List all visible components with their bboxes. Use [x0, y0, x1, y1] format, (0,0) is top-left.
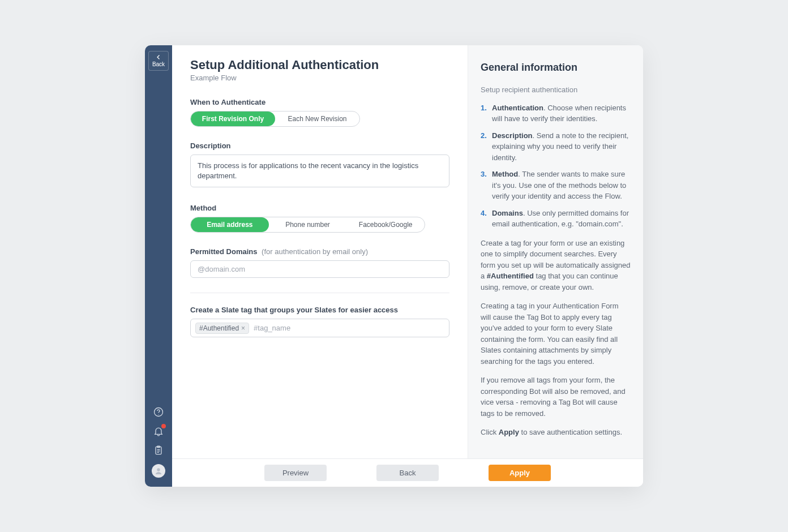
method-option-social[interactable]: Facebook/Google	[346, 217, 425, 232]
footer: Preview Back Apply	[172, 458, 643, 487]
info-step-3: Method. The sender wants to make sure it…	[481, 169, 631, 202]
app-window: Back Setup Additional Authentication Exa…	[145, 45, 643, 487]
main: Setup Additional Authentication Example …	[172, 45, 643, 487]
sidebar: Back	[145, 45, 172, 487]
domains-hint: (for authentication by email only)	[262, 247, 368, 256]
method-segmented: Email address Phone number Facebook/Goog…	[190, 217, 425, 233]
clipboard-icon[interactable]	[153, 445, 164, 456]
svg-point-1	[159, 414, 159, 415]
when-label: When to Authenticate	[190, 98, 449, 106]
method-option-phone[interactable]: Phone number	[269, 217, 347, 232]
domains-input[interactable]	[190, 260, 449, 278]
tag-chip-authentified: #Authentified ×	[195, 323, 249, 334]
tag-remove-icon[interactable]: ×	[241, 325, 245, 332]
info-subtitle: Setup recipient authentication	[481, 84, 631, 96]
domains-label-text: Permitted Domains	[190, 247, 257, 256]
page-title: Setup Additional Authentication	[190, 58, 449, 72]
preview-button[interactable]: Preview	[264, 465, 327, 481]
info-p3: If you remove all tags from your form, t…	[481, 375, 631, 419]
form-pane: Setup Additional Authentication Example …	[172, 45, 468, 458]
info-p1: Create a tag for your form or use an exi…	[481, 238, 631, 293]
description-input[interactable]	[190, 155, 449, 187]
when-option-each-revision[interactable]: Each New Revision	[275, 111, 359, 126]
back-label: Back	[152, 61, 165, 67]
tag-input[interactable]	[254, 321, 444, 334]
when-option-first-revision[interactable]: First Revision Only	[191, 111, 275, 126]
avatar[interactable]	[152, 464, 165, 478]
method-label: Method	[190, 204, 449, 212]
tags-field[interactable]: #Authentified ×	[190, 319, 449, 337]
divider	[190, 293, 449, 293]
info-step-1: Authentication. Choose when recipients w…	[481, 102, 631, 125]
bell-icon[interactable]	[153, 426, 164, 437]
svg-point-7	[157, 468, 160, 471]
footer-back-button[interactable]: Back	[376, 465, 439, 481]
help-icon[interactable]	[153, 406, 164, 418]
info-steps: Authentication. Choose when recipients w…	[481, 102, 631, 230]
info-p4: Click Apply to save authentication setti…	[481, 427, 631, 438]
svg-rect-2	[156, 447, 161, 454]
info-step-2: Description. Send a note to the recipien…	[481, 130, 631, 164]
sidebar-bottom	[152, 406, 165, 481]
info-title: General information	[481, 60, 631, 75]
page-subtitle: Example Flow	[190, 74, 449, 82]
when-segmented: First Revision Only Each New Revision	[190, 111, 360, 127]
info-p2: Creating a tag in your Authentication Fo…	[481, 301, 631, 367]
method-option-email[interactable]: Email address	[191, 217, 269, 232]
content-row: Setup Additional Authentication Example …	[172, 45, 643, 458]
info-pane: General information Setup recipient auth…	[468, 45, 643, 458]
domains-label: Permitted Domains (for authentication by…	[190, 247, 449, 256]
chevron-left-icon	[155, 54, 162, 61]
apply-button[interactable]: Apply	[489, 465, 551, 481]
back-button[interactable]: Back	[148, 51, 169, 71]
info-step-4: Domains. Use only permitted domains for …	[481, 208, 631, 230]
description-label: Description	[190, 141, 449, 150]
notification-dot	[161, 424, 166, 428]
tags-label: Create a Slate tag that groups your Slat…	[190, 306, 449, 314]
tag-chip-text: #Authentified	[199, 324, 239, 332]
